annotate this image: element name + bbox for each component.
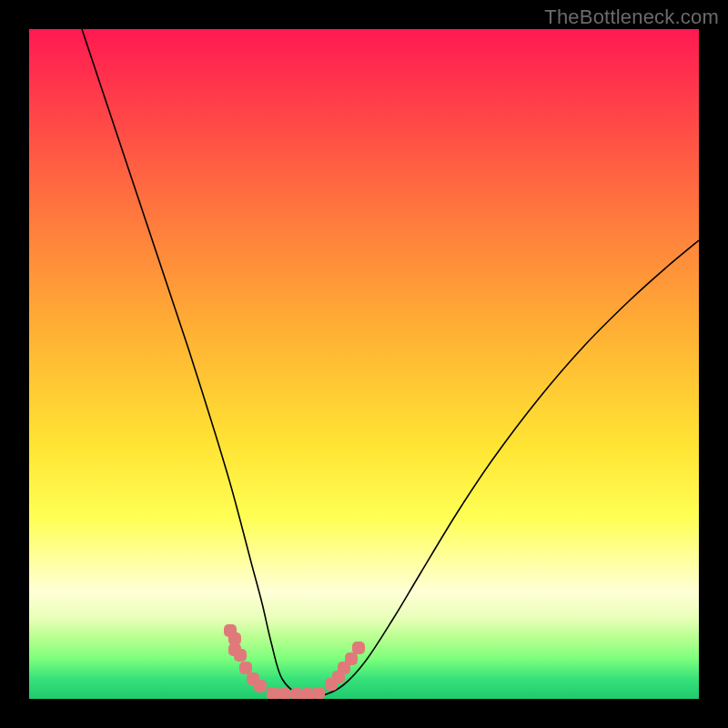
outer-frame: TheBottleneck.com <box>0 0 728 728</box>
curve-marker <box>301 688 314 699</box>
bottleneck-curve <box>82 29 699 698</box>
curve-markers <box>224 624 365 699</box>
curve-marker <box>278 688 290 699</box>
curve-marker <box>267 687 279 699</box>
curve-marker <box>352 642 365 654</box>
curve-marker <box>345 652 358 665</box>
curve-marker <box>254 680 267 693</box>
curve-marker <box>228 632 241 645</box>
curve-marker <box>234 649 247 662</box>
watermark-text: TheBottleneck.com <box>544 5 719 29</box>
chart-svg <box>29 29 699 699</box>
curve-marker <box>312 687 325 699</box>
plot-area <box>29 29 699 699</box>
curve-marker <box>239 662 252 674</box>
curve-marker <box>290 688 303 699</box>
